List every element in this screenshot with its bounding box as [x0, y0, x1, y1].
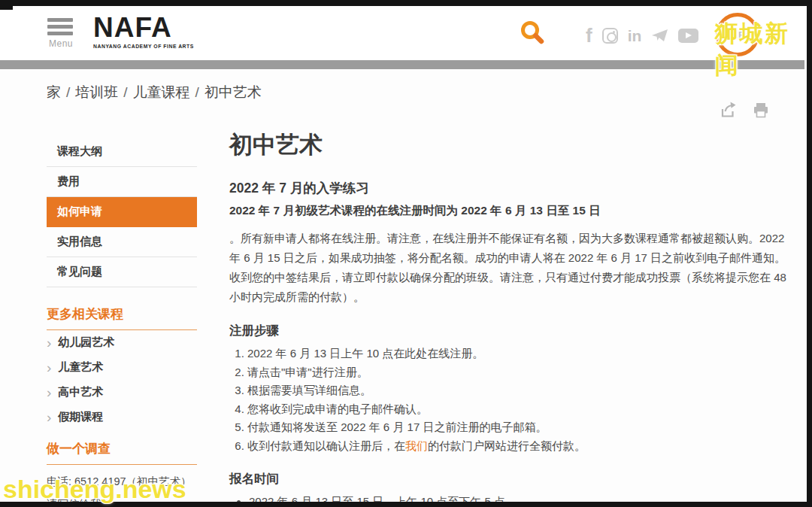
related-courses-heading: 更多相关课程	[47, 305, 197, 330]
step-item: 根据需要填写详细信息。	[247, 381, 795, 400]
registration-steps-list: 2022 年 6 月 13 日上午 10 点在此处在线注册。 请点击"申请"进行…	[229, 345, 795, 455]
schedule-heading: 报名时间	[229, 471, 795, 487]
menu-label: Menu	[47, 38, 74, 49]
nafa-circle-logo[interactable]: NAFA	[716, 13, 759, 56]
header-divider-bar	[0, 60, 804, 69]
share-icon[interactable]	[719, 101, 737, 119]
main-content: 初中艺术 2022 年 7 月的入学练习 2022 年 7 月初级艺术课程的在线…	[229, 132, 795, 507]
menu-button[interactable]: Menu	[47, 18, 74, 49]
step-item: 付款通知将发送至 2022 年 6 月 17 日之前注册的电子邮箱。	[247, 418, 795, 437]
steps-heading: 注册步骤	[229, 323, 795, 339]
related-item-children-art[interactable]: › 儿童艺术	[47, 355, 197, 380]
breadcrumb-current-page: 初中艺术	[205, 84, 262, 100]
related-item-label: 幼儿园艺术	[58, 335, 114, 350]
hamburger-icon	[47, 18, 73, 22]
related-item-label: 假期课程	[58, 410, 103, 424]
phone-number: 电话: 6512 4197（初中艺术）	[47, 475, 197, 489]
sidebar-item-practical-info[interactable]: 实用信息	[47, 227, 197, 257]
page-actions	[719, 101, 770, 119]
linkedin-icon[interactable]: in	[628, 28, 642, 44]
chevron-right-icon: ›	[47, 335, 51, 350]
frame-right	[807, 0, 812, 507]
frame-top	[0, 0, 812, 6]
nafa-logo[interactable]: NAFA NANYANG ACADEMY OF FINE ARTS	[93, 14, 194, 49]
sidebar-item-course-outline[interactable]: 课程大纲	[47, 137, 197, 167]
facebook-icon[interactable]: f	[586, 26, 592, 45]
related-item-senior-art[interactable]: › 高中艺术	[47, 380, 197, 405]
chevron-right-icon: ›	[47, 360, 51, 375]
step-item: 请点击"申请"进行注册。	[247, 363, 795, 382]
chevron-right-icon: ›	[47, 385, 51, 399]
sidebar-item-how-to-apply[interactable]: 如何申请	[47, 197, 197, 227]
step-item: 2022 年 6 月 13 日上午 10 点在此处在线注册。	[247, 345, 795, 363]
logo-subtext: NANYANG ACADEMY OF FINE ARTS	[93, 44, 194, 49]
youtube-icon[interactable]	[678, 29, 698, 43]
breadcrumb: 家/培训班/儿童课程/初中艺术	[47, 83, 262, 102]
sidebar: 课程大纲 费用 如何申请 实用信息 常见问题 更多相关课程 › 幼儿园艺术 › …	[47, 137, 197, 507]
intro-paragraph: 。所有新申请人都将在线注册。请注意，在线注册并不能保证有名额，因为大多数课程通常…	[229, 229, 795, 307]
frame-bottom	[0, 502, 812, 507]
step-item: 收到付款通知以确认注册后，在我们的付款门户网站进行全额付款。	[247, 437, 795, 456]
search-icon[interactable]	[520, 20, 547, 47]
sidebar-item-fees[interactable]: 费用	[47, 167, 197, 197]
instagram-icon[interactable]	[602, 28, 618, 44]
sidebar-item-faq[interactable]: 常见问题	[47, 257, 197, 287]
related-item-kindergarten-art[interactable]: › 幼儿园艺术	[47, 330, 197, 355]
logo-text: NAFA	[93, 14, 194, 41]
survey-heading: 做一个调查	[47, 440, 197, 465]
breadcrumb-children-courses[interactable]: 儿童课程	[133, 84, 190, 100]
breadcrumb-training[interactable]: 培训班	[75, 84, 118, 100]
related-item-label: 儿童艺术	[58, 360, 103, 375]
site-header: Menu NAFA NANYANG ACADEMY OF FINE ARTS f…	[0, 6, 812, 60]
intake-subtitle: 2022 年 7 月的入学练习	[229, 179, 795, 197]
breadcrumb-separator: /	[66, 84, 70, 100]
telegram-icon[interactable]	[651, 27, 668, 44]
frame-corner	[0, 0, 13, 10]
our-payment-portal-link[interactable]: 我们	[405, 439, 428, 452]
circle-logo-text: NAFA	[723, 29, 752, 41]
page-title: 初中艺术	[229, 132, 795, 159]
related-item-label: 高中艺术	[58, 385, 103, 399]
related-item-holiday-courses[interactable]: › 假期课程	[47, 405, 197, 430]
chevron-right-icon: ›	[47, 410, 51, 424]
breadcrumb-home[interactable]: 家	[47, 84, 61, 100]
social-links: f in	[586, 23, 698, 48]
print-icon[interactable]	[752, 101, 770, 119]
step-item: 您将收到完成申请的电子邮件确认。	[247, 400, 795, 419]
registration-period-line: 2022 年 7 月初级艺术课程的在线注册时间为 2022 年 6 月 13 日…	[229, 203, 795, 219]
